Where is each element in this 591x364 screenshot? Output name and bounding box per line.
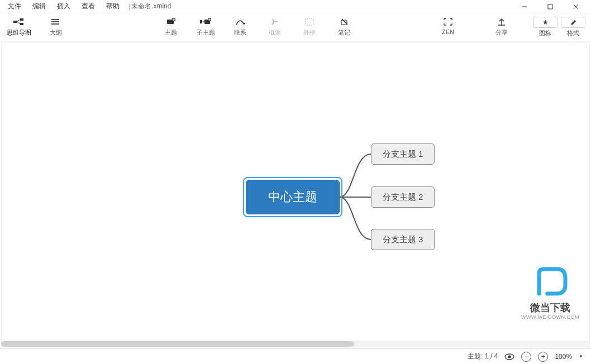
svg-line-5 <box>17 20 20 22</box>
mindmap-canvas[interactable]: 中心主题 分支主题 1 分支主题 2 分支主题 3 .sel-outline{t… <box>1 42 590 346</box>
central-topic[interactable]: 中心主题 <box>246 180 340 214</box>
branch-topic-1[interactable]: 分支主题 1 <box>371 143 435 165</box>
zen-button[interactable]: ZEN <box>438 17 458 35</box>
menu-view[interactable]: 查看 <box>76 1 101 12</box>
watermark-brand: 微当下载 <box>521 301 579 314</box>
format-panel-button[interactable] <box>561 17 585 28</box>
toolbar-mid-group: 主题 子主题 联系 概要 外框 笔记 <box>161 17 354 37</box>
branch-topic-3[interactable]: 分支主题 3 <box>371 229 435 250</box>
summary-button[interactable]: 概要 <box>265 17 285 37</box>
relationship-button[interactable]: 联系 <box>230 17 250 37</box>
summary-label: 概要 <box>269 28 281 37</box>
topic-icon <box>165 17 177 26</box>
svg-rect-7 <box>20 18 23 21</box>
toolbar: 思维导图 大纲 主题 子主题 联系 概要 外框 笔记 <box>0 13 591 41</box>
watermark-url: WWW.WEIDOWN.COM <box>521 314 579 320</box>
document-title: 未命名.xmind <box>131 2 171 11</box>
minimize-button[interactable] <box>512 0 537 13</box>
zoom-out-button[interactable]: − <box>521 352 531 362</box>
title-separator: | <box>128 3 130 11</box>
share-button[interactable]: 分享 <box>492 17 512 37</box>
zoom-dropdown-icon[interactable]: ▼ <box>579 354 583 359</box>
maximize-button[interactable] <box>537 0 563 13</box>
format-panel-label: 格式 <box>567 29 579 37</box>
toolbar-pills: ★ 图标 格式 <box>533 17 585 37</box>
zen-icon <box>442 17 454 26</box>
mindmap-view-label: 思维导图 <box>7 28 31 37</box>
branch-topic-2[interactable]: 分支主题 2 <box>371 186 435 208</box>
relationship-label: 联系 <box>234 28 246 37</box>
topic-button[interactable]: 主题 <box>161 17 181 37</box>
share-label: 分享 <box>495 28 508 37</box>
share-icon <box>496 17 507 26</box>
summary-icon <box>269 17 280 26</box>
menu-edit[interactable]: 编辑 <box>27 1 51 12</box>
notes-icon <box>339 17 350 26</box>
horizontal-scrollbar[interactable] <box>1 341 590 347</box>
menu-file[interactable]: 文件 <box>2 1 27 12</box>
svg-point-27 <box>546 292 550 296</box>
svg-rect-4 <box>13 21 17 23</box>
mindmap-view-button[interactable]: 思维导图 <box>7 17 31 37</box>
boundary-button[interactable]: 外框 <box>299 17 320 37</box>
mindmap-icon <box>13 17 25 26</box>
zoom-in-button[interactable]: + <box>538 352 548 362</box>
svg-rect-1 <box>548 4 552 9</box>
close-button[interactable] <box>563 0 589 13</box>
zen-label: ZEN <box>442 28 454 35</box>
subtopic-button[interactable]: 子主题 <box>196 17 216 37</box>
svg-rect-8 <box>20 23 23 25</box>
subtopic-label: 子主题 <box>197 28 215 37</box>
subtopic-icon <box>200 17 211 26</box>
menu-bar: 文件 编辑 插入 查看 帮助 | 未命名.xmind <box>0 0 591 13</box>
topic-label: 主题 <box>165 28 177 37</box>
watermark-logo-icon <box>531 266 570 298</box>
window-controls <box>512 0 589 13</box>
toolbar-right-group: ZEN 分享 <box>438 17 512 37</box>
topic-counter: 主题: 1 / 4 <box>468 352 498 361</box>
menu-help[interactable]: 帮助 <box>101 1 125 12</box>
watermark: 微当下载 WWW.WEIDOWN.COM <box>521 266 579 320</box>
outline-view-button[interactable]: 大纲 <box>46 17 66 37</box>
svg-rect-24 <box>306 18 313 25</box>
svg-line-6 <box>17 22 20 24</box>
outline-view-label: 大纲 <box>50 28 62 37</box>
star-icon: ★ <box>542 18 549 26</box>
relationship-icon <box>235 17 246 26</box>
zoom-level[interactable]: 100% <box>555 353 572 361</box>
notes-button[interactable]: 笔记 <box>334 17 354 37</box>
boundary-icon <box>304 17 315 26</box>
svg-point-29 <box>508 355 511 358</box>
notes-label: 笔记 <box>338 28 350 37</box>
menu-insert[interactable]: 插入 <box>51 1 76 12</box>
brush-icon <box>569 18 577 27</box>
svg-rect-16 <box>200 20 202 23</box>
visibility-toggle[interactable] <box>504 353 514 360</box>
boundary-label: 外框 <box>303 28 316 37</box>
icons-panel-label: 图标 <box>539 29 551 37</box>
outline-icon <box>50 17 61 26</box>
toolbar-left-group: 思维导图 大纲 <box>7 17 66 37</box>
icons-panel-button[interactable]: ★ <box>533 17 557 28</box>
status-bar: 主题: 1 / 4 − + 100% ▼ <box>0 348 591 364</box>
